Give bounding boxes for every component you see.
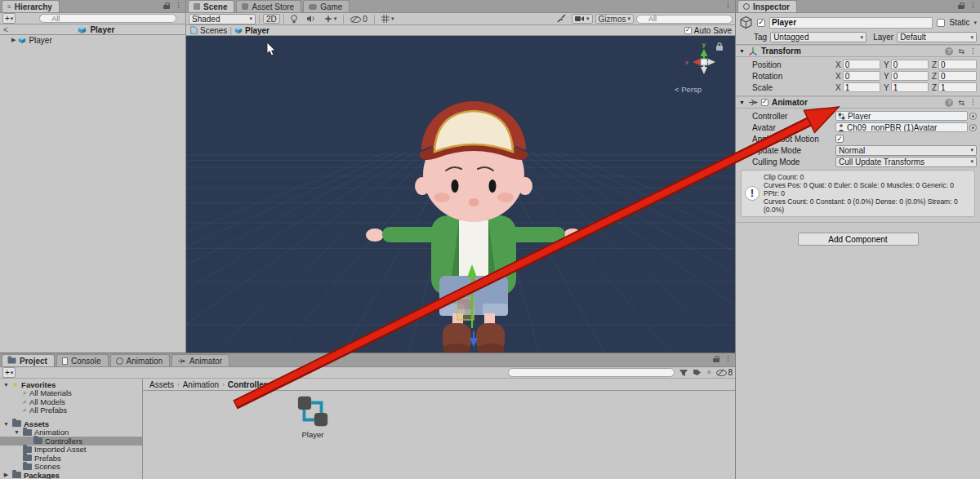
projection-mode-label[interactable]: < Persp	[675, 85, 702, 94]
presets-icon[interactable]: ⇆	[958, 47, 964, 55]
scene-search-input[interactable]	[636, 15, 733, 24]
breadcrumb-controllers[interactable]: Controllers	[228, 380, 271, 389]
collapsed-arrow-icon[interactable]: ▶	[2, 472, 10, 478]
project-tree-item-prefabs[interactable]: Prefabs	[0, 454, 142, 463]
expanded-arrow-icon[interactable]: ▼	[13, 429, 20, 435]
gizmo-center-cube[interactable]	[701, 59, 707, 65]
animator-enabled-checkbox[interactable]	[761, 99, 768, 106]
help-icon[interactable]: ?	[945, 47, 953, 55]
project-tree-item-scenes[interactable]: Scenes	[0, 463, 142, 472]
help-icon[interactable]: ?	[945, 99, 953, 107]
panel-menu-icon[interactable]: ⋮	[724, 2, 732, 9]
toggle-2d-button[interactable]: 2D	[263, 14, 280, 24]
scene-visibility-button[interactable]: 0	[347, 14, 371, 24]
scene-audio-button[interactable]	[303, 14, 318, 24]
lock-icon[interactable]	[958, 2, 964, 9]
project-tree-item-assets[interactable]: ▼Assets	[0, 419, 142, 428]
hidden-packages-toggle[interactable]: 8	[716, 368, 733, 377]
search-by-type-icon[interactable]	[679, 369, 688, 377]
controller-object-field[interactable]: Player	[835, 111, 968, 121]
back-arrow-icon[interactable]: <	[3, 25, 8, 34]
tab-animation[interactable]: Animation	[110, 354, 170, 366]
rotation-y-field[interactable]	[891, 71, 929, 81]
project-tree-item-favorites[interactable]: ▼★Favorites	[0, 380, 142, 389]
grid-visibility-button[interactable]: ▾	[378, 14, 398, 24]
tag-dropdown[interactable]: Untagged ▾	[770, 32, 866, 42]
presets-icon[interactable]: ⇆	[958, 99, 964, 107]
scene-lighting-button[interactable]	[287, 14, 301, 24]
project-tree-item-all-models[interactable]: ⌕All Models	[0, 397, 142, 406]
scale-z-field[interactable]	[938, 82, 977, 92]
create-asset-button[interactable]: + ▾	[2, 367, 16, 378]
transform-component-header[interactable]: ▼ Transform ? ⇆ ⋮	[736, 45, 980, 57]
animator-component-header[interactable]: ▼ Animator ? ⇆ ⋮	[736, 96, 980, 109]
expanded-arrow-icon[interactable]: ▼	[2, 421, 10, 427]
collapsed-arrow-icon[interactable]: ▶	[11, 37, 16, 43]
create-object-button[interactable]: + ▾	[2, 13, 16, 24]
scene-camera-button[interactable]: ▾	[572, 14, 593, 24]
tab-animator[interactable]: Animator	[172, 354, 229, 366]
rotation-x-field[interactable]	[843, 71, 880, 81]
apply-root-motion-checkbox[interactable]	[835, 135, 844, 143]
scene-viewport[interactable]: y x < Persp	[186, 36, 735, 353]
tab-asset-store[interactable]: Asset Store	[236, 0, 301, 12]
component-menu-icon[interactable]: ⋮	[969, 47, 977, 55]
tab-inspector[interactable]: Inspector	[737, 0, 797, 12]
position-z-field[interactable]	[938, 60, 977, 69]
expanded-arrow-icon[interactable]: ▼	[2, 382, 10, 388]
project-tree-item-imported-asset[interactable]: Imported Asset	[0, 446, 142, 455]
gameobject-active-checkbox[interactable]	[757, 19, 765, 27]
tab-hierarchy[interactable]: ≡ Hierarchy	[2, 0, 60, 12]
static-checkbox[interactable]	[937, 19, 945, 27]
tab-project[interactable]: Project	[2, 354, 55, 366]
component-menu-icon[interactable]: ⋮	[969, 99, 977, 106]
gizmo-x-axis[interactable]	[693, 59, 700, 65]
breadcrumb-assets[interactable]: Assets	[149, 380, 174, 389]
scene-orientation-gizmo[interactable]: y x	[685, 41, 715, 74]
saved-search-star-icon[interactable]: ★	[706, 369, 712, 376]
auto-save-toggle[interactable]: Auto Save	[684, 26, 732, 35]
gizmo-lock-icon[interactable]	[716, 43, 723, 51]
foldout-arrow-icon[interactable]: ▼	[739, 100, 745, 105]
shading-mode-dropdown[interactable]: Shaded ▾	[189, 14, 256, 24]
lock-icon[interactable]	[163, 2, 170, 9]
project-tree-item-all-prefabs[interactable]: ⌕All Prefabs	[0, 406, 142, 415]
panel-menu-icon[interactable]: ⋮	[969, 2, 977, 9]
gameobject-name-field[interactable]	[769, 17, 933, 29]
add-component-button[interactable]: Add Component	[798, 233, 919, 246]
culling-mode-dropdown[interactable]: Cull Update Transforms ▾	[835, 157, 977, 167]
gameobject-cube-icon[interactable]	[739, 16, 753, 29]
update-mode-dropdown[interactable]: Normal ▾	[835, 145, 977, 156]
lock-icon[interactable]	[713, 356, 719, 362]
breadcrumb-object-name[interactable]: Player	[90, 25, 114, 34]
search-by-label-icon[interactable]	[693, 369, 702, 376]
foldout-arrow-icon[interactable]: ▼	[739, 48, 745, 54]
breadcrumb-scenes[interactable]: Scenes	[200, 26, 227, 35]
rotation-z-field[interactable]	[938, 71, 977, 81]
hierarchy-item-player[interactable]: ▶ Player	[0, 35, 185, 45]
scale-x-field[interactable]	[843, 82, 880, 92]
scale-y-field[interactable]	[891, 82, 929, 92]
panel-menu-icon[interactable]: ⋮	[724, 355, 732, 362]
breadcrumb-current[interactable]: Player	[245, 26, 270, 35]
project-search-input[interactable]	[508, 368, 675, 377]
project-tree-item-all-materials[interactable]: ⌕All Materials	[0, 389, 142, 398]
project-tree-item-packages[interactable]: ▶Packages	[0, 471, 142, 479]
breadcrumb-animation[interactable]: Animation	[183, 380, 219, 389]
auto-save-checkbox[interactable]	[684, 27, 692, 34]
static-dropdown-arrow-icon[interactable]: ▾	[973, 20, 977, 26]
project-tree-item-animation[interactable]: ▼Animation	[0, 428, 142, 437]
position-x-field[interactable]	[843, 60, 880, 69]
gizmos-dropdown[interactable]: Gizmos ▾	[595, 14, 634, 24]
tab-console[interactable]: Console	[56, 354, 109, 366]
hierarchy-search-input[interactable]	[39, 14, 176, 23]
object-picker-icon[interactable]	[969, 124, 977, 131]
asset-player-controller[interactable]: Player	[293, 394, 332, 439]
avatar-object-field[interactable]: Ch09_nonPBR (1)Avatar	[835, 122, 968, 132]
project-tree-item-controllers[interactable]: Controllers	[0, 437, 142, 446]
component-tools-button[interactable]	[554, 14, 569, 24]
panel-menu-icon[interactable]: ⋮	[175, 2, 182, 9]
layer-dropdown[interactable]: Default ▾	[897, 32, 977, 42]
tab-game[interactable]: Game	[303, 0, 350, 12]
project-asset-grid[interactable]: Player	[143, 391, 735, 479]
